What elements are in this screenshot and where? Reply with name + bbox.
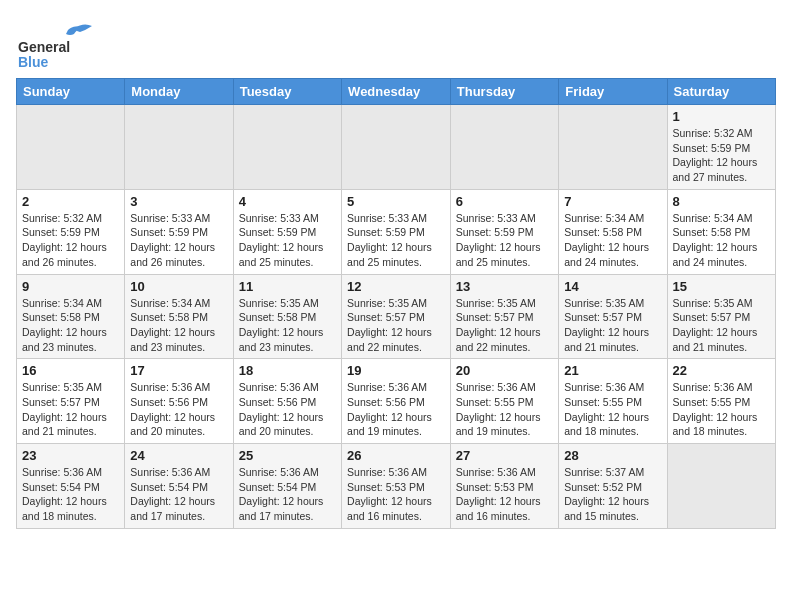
calendar-cell: 10Sunrise: 5:34 AM Sunset: 5:58 PM Dayli… [125, 274, 233, 359]
day-header-tuesday: Tuesday [233, 79, 341, 105]
day-number: 13 [456, 279, 553, 294]
calendar-cell: 11Sunrise: 5:35 AM Sunset: 5:58 PM Dayli… [233, 274, 341, 359]
day-number: 6 [456, 194, 553, 209]
svg-text:Blue: Blue [18, 54, 49, 70]
day-number: 28 [564, 448, 661, 463]
day-header-row: SundayMondayTuesdayWednesdayThursdayFrid… [17, 79, 776, 105]
day-number: 5 [347, 194, 445, 209]
day-info: Sunrise: 5:36 AM Sunset: 5:55 PM Dayligh… [673, 380, 771, 439]
day-number: 17 [130, 363, 227, 378]
calendar-cell: 24Sunrise: 5:36 AM Sunset: 5:54 PM Dayli… [125, 444, 233, 529]
day-info: Sunrise: 5:35 AM Sunset: 5:57 PM Dayligh… [673, 296, 771, 355]
day-info: Sunrise: 5:33 AM Sunset: 5:59 PM Dayligh… [130, 211, 227, 270]
day-number: 11 [239, 279, 336, 294]
calendar-cell: 19Sunrise: 5:36 AM Sunset: 5:56 PM Dayli… [342, 359, 451, 444]
day-info: Sunrise: 5:34 AM Sunset: 5:58 PM Dayligh… [22, 296, 119, 355]
day-info: Sunrise: 5:34 AM Sunset: 5:58 PM Dayligh… [673, 211, 771, 270]
day-header-monday: Monday [125, 79, 233, 105]
day-info: Sunrise: 5:36 AM Sunset: 5:54 PM Dayligh… [130, 465, 227, 524]
calendar-cell [450, 105, 558, 190]
day-number: 14 [564, 279, 661, 294]
calendar-week-1: 1Sunrise: 5:32 AM Sunset: 5:59 PM Daylig… [17, 105, 776, 190]
day-number: 26 [347, 448, 445, 463]
calendar-cell: 23Sunrise: 5:36 AM Sunset: 5:54 PM Dayli… [17, 444, 125, 529]
day-header-sunday: Sunday [17, 79, 125, 105]
day-number: 24 [130, 448, 227, 463]
day-info: Sunrise: 5:34 AM Sunset: 5:58 PM Dayligh… [564, 211, 661, 270]
day-info: Sunrise: 5:36 AM Sunset: 5:56 PM Dayligh… [239, 380, 336, 439]
logo: General Blue [16, 20, 106, 70]
calendar-cell: 13Sunrise: 5:35 AM Sunset: 5:57 PM Dayli… [450, 274, 558, 359]
day-info: Sunrise: 5:33 AM Sunset: 5:59 PM Dayligh… [239, 211, 336, 270]
day-info: Sunrise: 5:35 AM Sunset: 5:57 PM Dayligh… [564, 296, 661, 355]
calendar-cell: 27Sunrise: 5:36 AM Sunset: 5:53 PM Dayli… [450, 444, 558, 529]
day-info: Sunrise: 5:36 AM Sunset: 5:54 PM Dayligh… [239, 465, 336, 524]
day-number: 22 [673, 363, 771, 378]
calendar-cell [17, 105, 125, 190]
day-info: Sunrise: 5:35 AM Sunset: 5:58 PM Dayligh… [239, 296, 336, 355]
calendar-cell [233, 105, 341, 190]
calendar-cell: 18Sunrise: 5:36 AM Sunset: 5:56 PM Dayli… [233, 359, 341, 444]
calendar-cell: 16Sunrise: 5:35 AM Sunset: 5:57 PM Dayli… [17, 359, 125, 444]
calendar-cell: 21Sunrise: 5:36 AM Sunset: 5:55 PM Dayli… [559, 359, 667, 444]
calendar-cell: 20Sunrise: 5:36 AM Sunset: 5:55 PM Dayli… [450, 359, 558, 444]
calendar-cell: 4Sunrise: 5:33 AM Sunset: 5:59 PM Daylig… [233, 189, 341, 274]
calendar-cell: 5Sunrise: 5:33 AM Sunset: 5:59 PM Daylig… [342, 189, 451, 274]
calendar-cell: 8Sunrise: 5:34 AM Sunset: 5:58 PM Daylig… [667, 189, 776, 274]
calendar-cell [667, 444, 776, 529]
day-number: 1 [673, 109, 771, 124]
svg-text:General: General [18, 39, 70, 55]
day-number: 8 [673, 194, 771, 209]
day-number: 3 [130, 194, 227, 209]
calendar-cell: 25Sunrise: 5:36 AM Sunset: 5:54 PM Dayli… [233, 444, 341, 529]
calendar-week-2: 2Sunrise: 5:32 AM Sunset: 5:59 PM Daylig… [17, 189, 776, 274]
calendar-week-3: 9Sunrise: 5:34 AM Sunset: 5:58 PM Daylig… [17, 274, 776, 359]
calendar-cell: 12Sunrise: 5:35 AM Sunset: 5:57 PM Dayli… [342, 274, 451, 359]
calendar-cell: 6Sunrise: 5:33 AM Sunset: 5:59 PM Daylig… [450, 189, 558, 274]
calendar-cell [559, 105, 667, 190]
day-number: 27 [456, 448, 553, 463]
day-header-saturday: Saturday [667, 79, 776, 105]
day-info: Sunrise: 5:34 AM Sunset: 5:58 PM Dayligh… [130, 296, 227, 355]
day-header-friday: Friday [559, 79, 667, 105]
day-info: Sunrise: 5:36 AM Sunset: 5:55 PM Dayligh… [564, 380, 661, 439]
day-info: Sunrise: 5:35 AM Sunset: 5:57 PM Dayligh… [456, 296, 553, 355]
day-info: Sunrise: 5:36 AM Sunset: 5:54 PM Dayligh… [22, 465, 119, 524]
day-number: 25 [239, 448, 336, 463]
day-info: Sunrise: 5:35 AM Sunset: 5:57 PM Dayligh… [347, 296, 445, 355]
day-info: Sunrise: 5:37 AM Sunset: 5:52 PM Dayligh… [564, 465, 661, 524]
calendar-week-5: 23Sunrise: 5:36 AM Sunset: 5:54 PM Dayli… [17, 444, 776, 529]
calendar-cell: 2Sunrise: 5:32 AM Sunset: 5:59 PM Daylig… [17, 189, 125, 274]
calendar-cell: 14Sunrise: 5:35 AM Sunset: 5:57 PM Dayli… [559, 274, 667, 359]
calendar-cell: 7Sunrise: 5:34 AM Sunset: 5:58 PM Daylig… [559, 189, 667, 274]
calendar-cell: 1Sunrise: 5:32 AM Sunset: 5:59 PM Daylig… [667, 105, 776, 190]
calendar-cell [342, 105, 451, 190]
day-info: Sunrise: 5:33 AM Sunset: 5:59 PM Dayligh… [456, 211, 553, 270]
day-number: 16 [22, 363, 119, 378]
calendar-cell: 26Sunrise: 5:36 AM Sunset: 5:53 PM Dayli… [342, 444, 451, 529]
calendar-cell: 9Sunrise: 5:34 AM Sunset: 5:58 PM Daylig… [17, 274, 125, 359]
calendar-body: 1Sunrise: 5:32 AM Sunset: 5:59 PM Daylig… [17, 105, 776, 529]
day-number: 2 [22, 194, 119, 209]
day-info: Sunrise: 5:36 AM Sunset: 5:53 PM Dayligh… [456, 465, 553, 524]
day-header-wednesday: Wednesday [342, 79, 451, 105]
day-header-thursday: Thursday [450, 79, 558, 105]
day-info: Sunrise: 5:36 AM Sunset: 5:56 PM Dayligh… [130, 380, 227, 439]
calendar-header: SundayMondayTuesdayWednesdayThursdayFrid… [17, 79, 776, 105]
day-number: 9 [22, 279, 119, 294]
day-number: 23 [22, 448, 119, 463]
calendar-cell: 28Sunrise: 5:37 AM Sunset: 5:52 PM Dayli… [559, 444, 667, 529]
day-number: 10 [130, 279, 227, 294]
day-info: Sunrise: 5:36 AM Sunset: 5:56 PM Dayligh… [347, 380, 445, 439]
day-info: Sunrise: 5:33 AM Sunset: 5:59 PM Dayligh… [347, 211, 445, 270]
day-number: 20 [456, 363, 553, 378]
day-info: Sunrise: 5:36 AM Sunset: 5:53 PM Dayligh… [347, 465, 445, 524]
calendar-cell: 15Sunrise: 5:35 AM Sunset: 5:57 PM Dayli… [667, 274, 776, 359]
calendar-table: SundayMondayTuesdayWednesdayThursdayFrid… [16, 78, 776, 529]
page-header: General Blue [16, 16, 776, 70]
day-number: 12 [347, 279, 445, 294]
day-info: Sunrise: 5:36 AM Sunset: 5:55 PM Dayligh… [456, 380, 553, 439]
calendar-week-4: 16Sunrise: 5:35 AM Sunset: 5:57 PM Dayli… [17, 359, 776, 444]
calendar-cell: 22Sunrise: 5:36 AM Sunset: 5:55 PM Dayli… [667, 359, 776, 444]
day-number: 15 [673, 279, 771, 294]
